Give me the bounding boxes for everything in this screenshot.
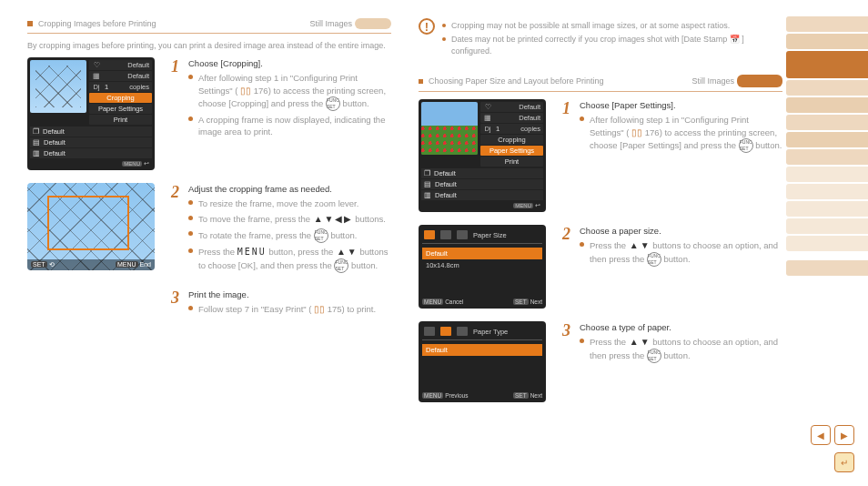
down-arrow-icon: ▼ <box>641 239 650 252</box>
section-title: Cropping Images before Printing <box>38 19 156 28</box>
return-button[interactable]: ↵ <box>834 452 854 472</box>
lcd-label: Cropping <box>106 94 134 102</box>
foot-label: Next <box>530 299 542 305</box>
step-text: 175) to print. <box>328 304 376 314</box>
bullet-icon <box>188 306 193 310</box>
nav-tab[interactable] <box>786 218 868 234</box>
step-2-row: SET ⟲ MENU End 2 Adjust the cropping fra… <box>27 183 391 276</box>
step-text: Press the <box>590 240 629 250</box>
section-header-cropping: Cropping Images before Printing Still Im… <box>27 18 391 29</box>
lcd-value: Default <box>44 138 66 147</box>
step-title: Print the image. <box>188 289 391 300</box>
stills-pill-icon <box>737 75 782 87</box>
nav-tab[interactable] <box>786 184 868 199</box>
nav-tab[interactable] <box>786 34 868 49</box>
lcd-label: Paper Settings <box>490 147 534 155</box>
heart-icon: ♡ <box>483 103 492 111</box>
divider <box>419 91 782 92</box>
nav-tab[interactable] <box>786 236 868 251</box>
crop-frame <box>47 196 129 250</box>
chevron-right-icon: ▶ <box>841 430 848 440</box>
lcd-label: Paper Settings <box>98 105 143 113</box>
book-icon: ▯▯ <box>631 127 642 137</box>
bullet-icon <box>580 116 584 121</box>
step-text: button. <box>330 229 357 239</box>
step-text: button. <box>351 259 378 269</box>
stills-label: Still Images <box>691 76 734 86</box>
lcd-value: Default <box>127 61 149 69</box>
set-tag: SET <box>31 261 47 268</box>
nav-tab[interactable] <box>786 149 868 165</box>
paper-tab-icon <box>457 230 468 239</box>
paper-icon: ▤ <box>33 138 40 147</box>
prev-page-button[interactable]: ◀ <box>811 425 831 445</box>
lcd-value: 1 <box>496 125 500 133</box>
menu-tag: MENU <box>422 392 443 399</box>
menu-tag: MENU <box>513 203 533 208</box>
foot-label: Previous <box>445 392 468 399</box>
foot-label: Cancel <box>445 299 463 305</box>
step-text: To resize the frame, move the zoom lever… <box>198 197 358 209</box>
heart-icon: ♡ <box>92 61 101 69</box>
menu-label: MENU <box>237 247 267 257</box>
lcd-value: 1 <box>105 83 108 91</box>
nav-tab[interactable] <box>786 201 868 217</box>
func-set-icon: FUNC SET <box>739 138 753 153</box>
lcd-thumbnail <box>421 102 478 155</box>
step-3-row: Paper Type Default MENUPrevious SETNext … <box>419 321 782 402</box>
step-text: A cropping frame is now displayed, indic… <box>198 114 391 138</box>
set-tag: SET <box>513 392 529 399</box>
down-arrow-icon: ▼ <box>348 246 357 258</box>
step-title: Choose [Paper Settings]. <box>580 99 782 111</box>
func-set-icon: FUNC SET <box>334 258 348 273</box>
step-text: buttons. <box>355 214 386 224</box>
menu-tag: MENU <box>422 299 443 305</box>
bullet-icon <box>188 116 193 121</box>
nav-tab[interactable] <box>786 97 868 113</box>
lcd-value: Default <box>519 114 540 122</box>
paper-tab-icon <box>440 230 451 239</box>
up-arrow-icon: ▲ <box>630 336 639 349</box>
lcd-value: Default <box>127 72 149 80</box>
book-icon: ▯▯ <box>314 304 325 314</box>
lcd-thumbnail <box>30 60 86 113</box>
nav-tab[interactable] <box>786 260 868 276</box>
bullet-icon <box>442 37 446 41</box>
nav-tab[interactable] <box>786 132 868 147</box>
lcd-print-menu: ♡Default ▦Default Dj1copies Cropping Pap… <box>27 57 155 170</box>
step-number: 2 <box>562 225 570 269</box>
step-number: 1 <box>562 99 570 156</box>
func-set-icon: FUNC SET <box>326 96 340 111</box>
foot-label: Next <box>530 392 542 399</box>
step-title: Choose a paper size. <box>580 225 782 237</box>
step-text: button. <box>755 140 782 150</box>
lcd-row: 10x14.8cm <box>422 259 542 271</box>
nav-tab[interactable] <box>786 16 868 32</box>
paper-tab-icon <box>424 230 435 239</box>
step-2-row: Paper Size Default 10x14.8cm MENUCancel … <box>419 225 782 309</box>
next-page-button[interactable]: ▶ <box>834 425 854 445</box>
lcd-value: Default <box>44 149 66 157</box>
step-text: After following step 1 in "Configuring P… <box>198 73 358 83</box>
bullet-icon <box>188 200 193 205</box>
section-bullet-icon <box>419 79 423 84</box>
step-text: button. <box>343 97 369 107</box>
nav-tab[interactable] <box>786 115 868 130</box>
stills-pill-icon <box>355 18 391 29</box>
lcd-value: copies <box>129 83 149 91</box>
paper-icon: ▥ <box>424 191 431 199</box>
lcd-row-selected: Default <box>422 248 542 259</box>
stills-label: Still Images <box>309 19 352 28</box>
nav-tab[interactable] <box>786 167 868 182</box>
up-arrow-icon: ▲ <box>337 246 346 258</box>
nav-tab[interactable] <box>786 80 868 96</box>
step-text: button, press the <box>269 247 336 257</box>
func-set-icon: FUNC SET <box>647 349 661 363</box>
right-arrow-icon: ▶ <box>344 213 351 226</box>
step-number: 1 <box>171 57 179 140</box>
lcd-row-selected: Default <box>422 344 542 356</box>
step-number: 2 <box>171 183 179 276</box>
step-number: 3 <box>171 289 179 319</box>
nav-tab-active[interactable] <box>786 51 868 78</box>
bullet-icon <box>580 339 584 343</box>
